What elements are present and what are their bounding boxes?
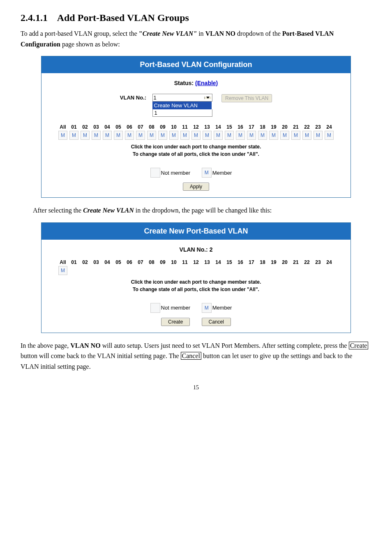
port-cell[interactable]: M <box>258 131 267 140</box>
port-cell[interactable] <box>225 266 233 274</box>
port-cell[interactable] <box>247 266 256 274</box>
port-cell[interactable] <box>214 266 222 274</box>
port-cell[interactable]: M <box>92 131 101 140</box>
port-header: 14 <box>215 124 221 131</box>
text: in <box>197 30 205 37</box>
port-cell[interactable]: M <box>158 131 167 140</box>
port-header: 24 <box>326 124 332 131</box>
port-cell[interactable] <box>125 266 134 274</box>
port-col: 15 <box>224 259 235 275</box>
inline-box-create: Create <box>349 342 369 349</box>
port-cell-all[interactable]: M <box>58 131 67 140</box>
text: In the above page, <box>21 342 70 349</box>
port-cell[interactable] <box>236 266 244 274</box>
port-cell[interactable]: M <box>203 131 212 140</box>
port-cell[interactable]: M <box>247 131 256 140</box>
port-cell[interactable] <box>81 266 89 274</box>
port-cell[interactable]: M <box>169 131 178 140</box>
legend-not-member-icon <box>150 303 160 313</box>
port-cell[interactable]: M <box>302 131 311 140</box>
port-cell[interactable]: M <box>225 131 234 140</box>
port-cell[interactable] <box>70 266 78 274</box>
port-header: 22 <box>304 259 309 266</box>
port-cell[interactable] <box>292 266 300 274</box>
port-cell[interactable]: M <box>136 131 145 140</box>
port-cell[interactable] <box>203 266 211 274</box>
port-header: 05 <box>115 259 121 266</box>
port-header: 19 <box>271 259 276 266</box>
dropdown-option-create-new[interactable]: Create New VLAN <box>152 102 212 109</box>
port-cell[interactable] <box>148 266 156 274</box>
port-cell[interactable]: M <box>125 131 134 140</box>
port-col: 20M <box>279 124 291 140</box>
port-cell[interactable] <box>258 266 267 274</box>
port-cell[interactable] <box>92 266 100 274</box>
port-col: 23 <box>313 259 324 275</box>
port-cell[interactable] <box>114 266 122 274</box>
chevron-down-icon[interactable] <box>204 97 211 99</box>
create-button[interactable]: Create <box>161 318 190 326</box>
port-cell[interactable] <box>170 266 178 274</box>
port-cell[interactable] <box>159 266 167 274</box>
legend-member-label: Member <box>212 170 232 176</box>
port-cell[interactable] <box>325 266 333 274</box>
port-header: 11 <box>182 259 187 266</box>
port-cell[interactable]: M <box>103 131 112 140</box>
section-heading: 2.4.1.1 Add Port-Based VLAN Groups <box>21 12 371 23</box>
port-cell[interactable]: M <box>291 131 300 140</box>
port-col: 09M <box>157 124 168 140</box>
port-cell[interactable] <box>192 266 200 274</box>
port-col: 09 <box>157 259 168 275</box>
port-cell[interactable]: M <box>180 131 189 140</box>
port-cell[interactable] <box>303 266 311 274</box>
port-col: 23M <box>313 124 324 140</box>
port-cell[interactable]: M <box>69 131 78 140</box>
port-col: 24 <box>324 259 335 275</box>
port-cell[interactable]: M <box>325 131 334 140</box>
port-col: 07M <box>135 124 146 140</box>
port-col: 04M <box>102 124 113 140</box>
port-header: 17 <box>249 124 254 131</box>
port-cell[interactable]: M <box>81 131 90 140</box>
port-cell[interactable] <box>270 266 278 274</box>
hint-line1: Click the icon under each port to change… <box>131 279 261 285</box>
panel-title: Create New Port-Based VLAN <box>42 223 350 240</box>
status-link[interactable]: (Enable) <box>195 80 218 86</box>
port-header: 08 <box>149 124 154 131</box>
port-cell-all[interactable]: M <box>58 266 67 275</box>
port-col: 19M <box>268 124 279 140</box>
port-col: 05M <box>113 124 124 140</box>
port-cell[interactable]: M <box>314 131 323 140</box>
port-cell[interactable]: M <box>236 131 245 140</box>
port-cell[interactable]: M <box>280 131 289 140</box>
port-col: 06 <box>124 259 135 275</box>
legend-member-icon: M <box>202 303 212 313</box>
port-cell[interactable] <box>136 266 145 274</box>
legend-not-member-label: Not member <box>161 170 191 176</box>
port-cell[interactable] <box>181 266 189 274</box>
text: After selecting the <box>33 207 83 214</box>
apply-button[interactable]: Apply <box>183 183 209 191</box>
port-header: 20 <box>282 259 287 266</box>
vlan-no-select[interactable]: 1 Create New VLAN 1 <box>152 94 212 117</box>
button-row: Create Cancel <box>42 316 350 333</box>
cancel-button[interactable]: Cancel <box>202 318 231 326</box>
port-col: 12 <box>191 259 202 275</box>
dropdown-option-1[interactable]: 1 <box>152 109 212 117</box>
port-cell[interactable]: M <box>114 131 123 140</box>
inline-box-cancel: Cancel <box>181 352 201 360</box>
port-col: 13 <box>202 259 213 275</box>
text: page shown as below: <box>60 41 120 48</box>
port-cell[interactable] <box>281 266 289 274</box>
port-col: 17 <box>246 259 257 275</box>
port-cell[interactable]: M <box>269 131 278 140</box>
port-cell[interactable] <box>314 266 322 274</box>
port-header: 13 <box>204 259 210 266</box>
port-cell[interactable] <box>103 266 111 274</box>
port-col: 01 <box>69 259 80 275</box>
port-cell[interactable]: M <box>191 131 201 140</box>
port-header: 02 <box>82 124 88 131</box>
port-cell[interactable]: M <box>147 131 156 140</box>
port-cell[interactable]: M <box>214 131 223 140</box>
panel-title: Port-Based VLAN Configuration <box>42 56 350 73</box>
